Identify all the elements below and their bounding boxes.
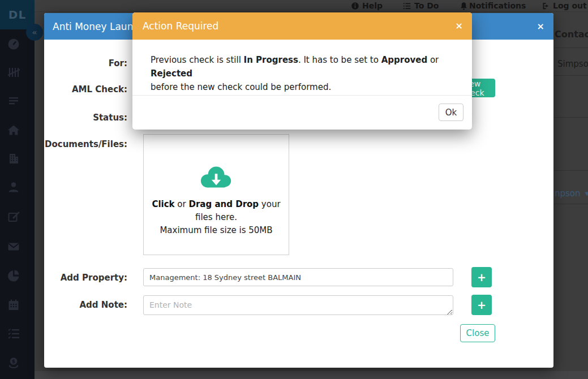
sidebar-item-edit[interactable] bbox=[7, 210, 20, 223]
add-property-input[interactable] bbox=[143, 268, 453, 286]
money-deposit-icon: $ bbox=[7, 356, 20, 370]
sidebar-item-mail[interactable] bbox=[7, 240, 20, 253]
contact-dropdown-value: npson bbox=[555, 188, 581, 199]
close-button[interactable]: Close bbox=[460, 324, 495, 342]
documents-label: Documents/Files: bbox=[44, 140, 127, 149]
add-note-button[interactable]: + bbox=[471, 295, 492, 315]
divider bbox=[554, 48, 588, 48]
tasks-icon bbox=[7, 327, 20, 341]
bell-icon bbox=[460, 2, 468, 10]
sidebar-item-payments[interactable]: $ bbox=[7, 356, 20, 370]
pie-chart-icon bbox=[7, 269, 20, 282]
sidebar: DL bbox=[0, 0, 35, 379]
action-modal-header: Action Required × bbox=[132, 12, 472, 40]
chevron-double-left-icon: « bbox=[32, 28, 37, 37]
calendar-icon bbox=[7, 298, 20, 312]
sidebar-item-dashboard[interactable] bbox=[7, 37, 20, 51]
notifications-label: Notifications bbox=[469, 1, 526, 10]
help-menu-item[interactable]: Help bbox=[351, 0, 383, 11]
logout-label: Log out bbox=[553, 1, 587, 10]
add-note-label: Add Note: bbox=[44, 300, 127, 309]
contact-name-value: Simpson bbox=[557, 59, 588, 69]
for-label: For: bbox=[44, 59, 127, 68]
divider bbox=[554, 204, 588, 204]
chevron-down-icon: ▾ bbox=[585, 188, 588, 199]
sidebar-item-contacts[interactable] bbox=[7, 180, 20, 194]
close-icon[interactable]: × bbox=[456, 21, 463, 31]
aml-check-label: AML Check: bbox=[44, 85, 127, 94]
notifications-menu-item[interactable]: Notifications bbox=[460, 0, 526, 11]
dropzone-text: Click or Drag and Drop your files here. … bbox=[151, 198, 281, 237]
action-required-modal: Action Required × Previous check is stil… bbox=[132, 12, 472, 130]
svg-text:$: $ bbox=[12, 359, 15, 364]
home-icon bbox=[7, 123, 20, 137]
todo-label: To Do bbox=[414, 1, 439, 10]
screen: Help To Do Notifications Log out Contact… bbox=[0, 0, 588, 379]
close-icon[interactable]: × bbox=[537, 22, 544, 31]
action-modal-title: Action Required bbox=[143, 20, 218, 32]
add-property-label: Add Property: bbox=[44, 273, 127, 282]
info-icon bbox=[351, 2, 359, 10]
divider bbox=[554, 170, 588, 171]
add-note-textarea[interactable] bbox=[143, 295, 453, 315]
sidebar-item-calendar[interactable] bbox=[7, 298, 20, 312]
ok-button[interactable]: Ok bbox=[439, 104, 463, 121]
sidebar-collapse-button[interactable]: « bbox=[26, 24, 43, 41]
edit-icon bbox=[7, 210, 20, 223]
file-dropzone[interactable]: Click or Drag and Drop your files here. … bbox=[143, 134, 289, 255]
divider bbox=[132, 95, 472, 96]
todo-list-icon bbox=[402, 2, 411, 10]
building-icon bbox=[7, 152, 20, 165]
sidebar-item-reports[interactable] bbox=[7, 269, 20, 282]
divider bbox=[554, 75, 588, 76]
status-label: Status: bbox=[44, 113, 127, 122]
logout-icon bbox=[542, 2, 550, 10]
contact-dropdown[interactable]: npson▾ bbox=[555, 188, 588, 199]
topbar: Help To Do Notifications Log out bbox=[0, 0, 588, 12]
help-label: Help bbox=[362, 1, 383, 10]
sidebar-item-tally[interactable] bbox=[7, 66, 20, 79]
divider bbox=[554, 117, 588, 118]
cloud-download-icon bbox=[199, 164, 234, 192]
add-property-button[interactable]: + bbox=[471, 267, 492, 287]
envelope-icon bbox=[7, 240, 20, 253]
dashboard-icon bbox=[7, 37, 20, 51]
menu-lines-icon bbox=[7, 94, 20, 107]
sidebar-item-tasks[interactable] bbox=[7, 327, 20, 341]
sidebar-item-home[interactable] bbox=[7, 123, 20, 137]
contact-section-header: Contact bbox=[555, 29, 588, 40]
logout-menu-item[interactable]: Log out bbox=[542, 0, 587, 11]
todo-menu-item[interactable]: To Do bbox=[402, 0, 439, 11]
user-icon bbox=[7, 180, 20, 194]
sidebar-item-menu[interactable] bbox=[7, 94, 20, 107]
tally-icon bbox=[7, 66, 20, 79]
action-modal-message: Previous check is still In Progress. It … bbox=[151, 53, 445, 94]
sidebar-item-properties[interactable] bbox=[7, 152, 20, 165]
background-table-band bbox=[35, 371, 588, 379]
